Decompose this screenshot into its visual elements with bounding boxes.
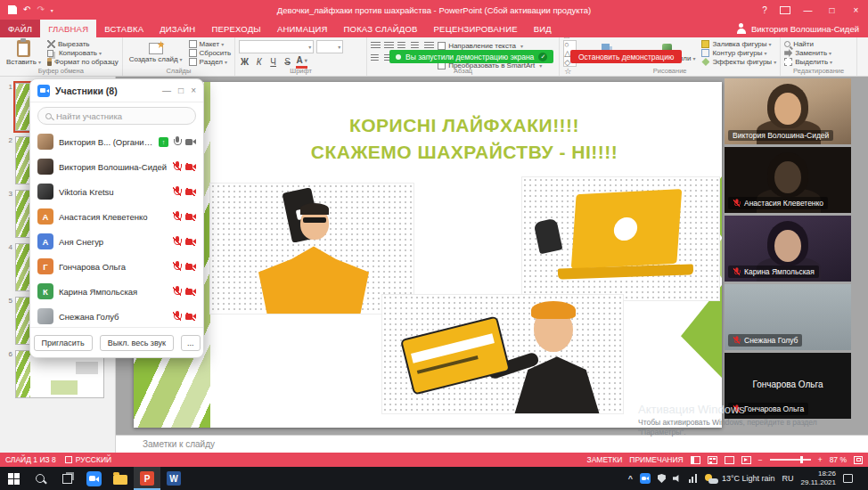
copy-button[interactable]: Копировать: [47, 49, 119, 57]
panel-maximize-button[interactable]: □: [178, 86, 184, 95]
muted-mic-icon[interactable]: [173, 261, 181, 272]
muted-mic-icon[interactable]: [173, 186, 181, 197]
reading-view-icon[interactable]: [725, 456, 734, 464]
video-tile-karina[interactable]: Карина Ямпольская: [725, 216, 851, 282]
taskbar-file-explorer[interactable]: [107, 467, 134, 490]
minimize-button[interactable]: —: [796, 0, 820, 20]
help-button[interactable]: ?: [755, 5, 774, 15]
taskbar-powerpoint-app[interactable]: [134, 467, 160, 490]
zoom-level[interactable]: 87 %: [830, 455, 847, 464]
slideshow-view-icon[interactable]: [741, 456, 751, 464]
camera-icon[interactable]: [185, 138, 196, 146]
zoom-slider-thumb[interactable]: [800, 456, 803, 463]
muted-mic-icon[interactable]: [173, 311, 181, 322]
replace-button[interactable]: Заменить: [784, 49, 832, 57]
camera-off-icon[interactable]: [185, 188, 196, 196]
account-area[interactable]: Виктория Волошина-Сидей: [736, 20, 868, 37]
shape-fill-button[interactable]: Заливка фигуры: [701, 40, 776, 48]
bullets-icon[interactable]: [371, 42, 381, 50]
comments-toggle-button[interactable]: ПРИМЕЧАНИЯ: [629, 455, 683, 464]
font-name-select[interactable]: [239, 40, 314, 53]
align-left-icon[interactable]: [371, 54, 381, 62]
muted-mic-icon[interactable]: [173, 236, 181, 247]
notes-area[interactable]: Заметки к слайду: [116, 435, 868, 453]
undo-icon[interactable]: ↶: [23, 5, 30, 14]
slide-image-man-with-credit-card[interactable]: [381, 294, 624, 414]
notes-toggle-button[interactable]: ЗАМЕТКИ: [587, 455, 623, 464]
zoom-slider[interactable]: [770, 459, 811, 461]
text-direction-button[interactable]: Направление текста: [438, 42, 542, 50]
participant-row[interactable]: Виктория В... (Организатор, я): [30, 129, 203, 154]
paste-button[interactable]: Вставить: [4, 40, 44, 66]
find-button[interactable]: Найти: [784, 40, 832, 48]
taskbar-zoom-app[interactable]: [80, 467, 107, 490]
muted-mic-icon[interactable]: [173, 161, 181, 172]
camera-off-icon[interactable]: [185, 313, 196, 321]
camera-off-icon[interactable]: [185, 288, 196, 296]
zoom-in-button[interactable]: +: [818, 455, 823, 464]
tab-animations[interactable]: АНИМАЦИЯ: [269, 20, 336, 37]
slide-image-laptop-thumbs-up[interactable]: [521, 176, 720, 301]
participant-row[interactable]: Снежана Голуб: [30, 304, 203, 329]
action-center-icon[interactable]: [843, 474, 853, 483]
select-button[interactable]: Выделить: [784, 58, 832, 66]
video-tile-anastasia[interactable]: Анастасия Клеветенко: [725, 147, 851, 213]
line-spacing-icon[interactable]: [424, 42, 434, 50]
camera-off-icon[interactable]: [185, 263, 196, 271]
muted-mic-icon[interactable]: [173, 211, 181, 222]
security-shield-icon[interactable]: [658, 474, 666, 483]
cut-button[interactable]: Вырезать: [47, 40, 119, 48]
tab-home[interactable]: ГЛАВНАЯ: [40, 20, 96, 37]
invite-button[interactable]: Пригласить: [34, 335, 93, 351]
qat-customize-icon[interactable]: ▾: [51, 7, 53, 13]
participant-search-input[interactable]: Найти участника: [37, 107, 196, 125]
shape-outline-button[interactable]: Контур фигуры: [701, 49, 776, 57]
video-tile-goncharova[interactable]: Гончарова Ольга Гончарова Ольга: [725, 353, 851, 419]
tab-review[interactable]: РЕЦЕНЗИРОВАНИЕ: [426, 20, 526, 37]
layout-button[interactable]: Макет: [189, 40, 232, 48]
new-slide-button[interactable]: Создать слайд: [127, 40, 185, 66]
font-size-select[interactable]: [316, 40, 343, 53]
muted-mic-icon[interactable]: [173, 286, 181, 297]
close-button[interactable]: ×: [844, 0, 868, 20]
participant-row[interactable]: А Аня Снегур: [30, 229, 203, 254]
hidden-icons-chevron[interactable]: ^: [628, 474, 633, 483]
start-button[interactable]: [0, 467, 27, 490]
numbering-icon[interactable]: [384, 42, 394, 50]
taskbar-clock[interactable]: 18:26 29.11.2021: [801, 470, 836, 487]
participant-row[interactable]: А Анастасия Клеветенко: [30, 204, 203, 229]
increase-indent-icon[interactable]: [411, 42, 421, 50]
input-language-indicator[interactable]: RU: [782, 474, 794, 483]
video-tile-snezhana[interactable]: Снежана Голуб: [725, 284, 851, 350]
tab-transitions[interactable]: ПЕРЕХОДЫ: [203, 20, 268, 37]
decrease-indent-icon[interactable]: [397, 42, 407, 50]
weather-widget[interactable]: 13°C Light rain: [705, 474, 775, 484]
participant-row[interactable]: К Карина Ямпольская: [30, 279, 203, 304]
volume-icon[interactable]: [673, 475, 682, 483]
tray-zoom-icon[interactable]: [640, 473, 651, 484]
camera-off-icon[interactable]: [185, 213, 196, 221]
normal-view-icon[interactable]: [691, 456, 700, 464]
panel-close-button[interactable]: ×: [191, 86, 196, 95]
camera-off-icon[interactable]: [185, 238, 196, 246]
taskbar-word-app[interactable]: [160, 467, 187, 490]
task-view-button[interactable]: [53, 467, 80, 490]
language-status[interactable]: РУССКИЙ: [65, 455, 111, 464]
tab-insert[interactable]: ВСТАВКА: [96, 20, 151, 37]
slide-canvas[interactable]: КОРИСНІ ЛАЙФХАКИ!!!! СКАЖЕМО ШАХРАЙСТВУ …: [134, 82, 722, 428]
stop-share-button[interactable]: Остановить демонстрацию: [570, 50, 682, 63]
participant-row[interactable]: Г Гончарова Ольга: [30, 254, 203, 279]
fit-slide-button[interactable]: [854, 456, 863, 464]
tab-file[interactable]: ФАЙЛ: [0, 20, 40, 37]
section-button[interactable]: Раздел: [189, 58, 232, 66]
video-tile-victoria[interactable]: Виктория Волошина-Сидей: [725, 78, 851, 144]
redo-icon[interactable]: ↷: [37, 5, 44, 14]
tab-design[interactable]: ДИЗАЙН: [151, 20, 203, 37]
zoom-out-button[interactable]: −: [758, 455, 763, 464]
zoom-participants-panel[interactable]: Участники (8) — □ × Найти участника Викт…: [29, 78, 204, 358]
slide-sorter-view-icon[interactable]: [708, 456, 717, 464]
mic-icon[interactable]: [173, 136, 181, 147]
participant-row[interactable]: Viktoria Kretsu: [30, 179, 203, 204]
save-icon[interactable]: [8, 5, 17, 14]
panel-minimize-button[interactable]: —: [162, 86, 171, 95]
